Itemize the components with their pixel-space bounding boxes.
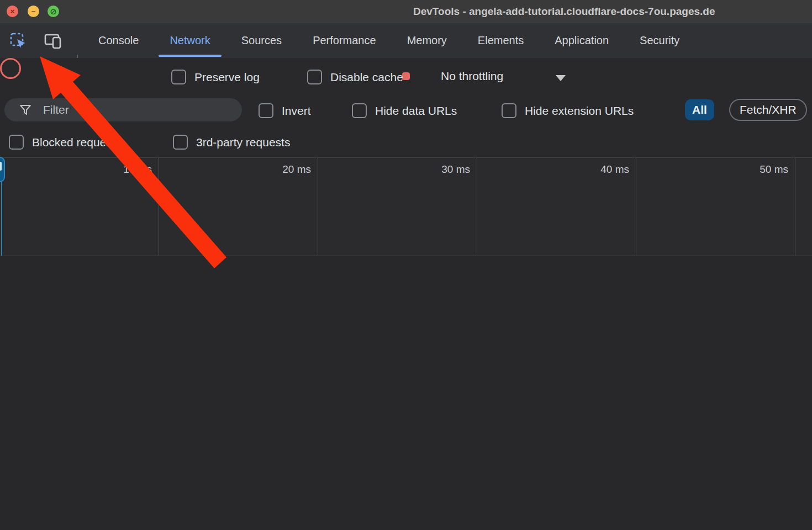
close-window-button[interactable]: × — [7, 6, 18, 17]
timeline-tick-label: 40 ms — [575, 163, 629, 176]
blocked-requests-checkbox-group[interactable]: Blocked requests — [9, 135, 121, 150]
blocked-requests-label: Blocked requests — [32, 136, 121, 149]
timeline-event-marker-line — [1, 182, 2, 256]
filter-input-funnel-icon — [19, 103, 32, 116]
zoom-window-button[interactable]: ⊘ — [48, 6, 59, 17]
inspect-cursor-icon — [9, 32, 27, 50]
tab-memory[interactable]: Memory — [407, 23, 447, 58]
timeline-tick-label: 30 ms — [416, 163, 470, 176]
window-title: DevTools - angela-add-tutorial.cloudflar… — [413, 0, 715, 23]
preserve-log-label: Preserve log — [194, 71, 260, 84]
timeline-gridline — [159, 158, 159, 256]
timeline-gridline — [318, 158, 318, 256]
network-toolbar: Preserve log Disable cache No throttling — [0, 58, 812, 94]
timeline-tick-label: 20 ms — [257, 163, 311, 176]
toggle-device-toolbar-button[interactable] — [43, 31, 63, 51]
timeline-drag-handle[interactable] — [0, 157, 5, 182]
hide-data-urls-checkbox[interactable] — [352, 103, 367, 118]
disable-cache-checkbox-group[interactable]: Disable cache — [307, 70, 403, 84]
devtools-window: × − ⊘ DevTools - angela-add-tutorial.clo… — [0, 0, 812, 530]
hide-extension-urls-checkbox[interactable] — [502, 103, 516, 118]
network-options-row: Blocked requests 3rd-party requests — [0, 126, 812, 158]
network-filter-row: Filter Invert Hide data URLs Hide extens… — [0, 94, 812, 126]
third-party-requests-checkbox[interactable] — [173, 135, 188, 150]
hide-extension-urls-label: Hide extension URLs — [525, 104, 634, 118]
timeline-tick-label: 50 ms — [734, 163, 788, 176]
timeline-gridline — [636, 158, 636, 256]
hide-data-urls-label: Hide data URLs — [375, 104, 457, 118]
minimize-window-button[interactable]: − — [28, 6, 39, 17]
request-type-chip-fetch-xhr[interactable]: Fetch/XHR — [729, 99, 807, 121]
blocked-requests-checkbox[interactable] — [9, 135, 24, 150]
tab-elements[interactable]: Elements — [478, 23, 524, 58]
panel-tabs: Console Network Sources Performance Memo… — [98, 23, 679, 58]
tab-performance[interactable]: Performance — [313, 23, 376, 58]
devtools-tabbar: Console Network Sources Performance Memo… — [0, 23, 812, 59]
third-party-requests-checkbox-group[interactable]: 3rd-party requests — [173, 135, 290, 150]
third-party-requests-label: 3rd-party requests — [196, 136, 290, 149]
throttling-select[interactable]: No throttling — [441, 58, 503, 94]
network-overview-timeline[interactable]: 10 ms 20 ms 30 ms 40 ms 50 ms — [0, 158, 812, 256]
timeline-gridline — [477, 158, 477, 256]
timeline-tick-label: 10 ms — [98, 163, 152, 176]
inspect-element-button[interactable] — [8, 31, 28, 51]
invert-checkbox-group[interactable]: Invert — [259, 103, 311, 118]
invert-label: Invert — [282, 104, 311, 118]
tab-sources[interactable]: Sources — [241, 23, 282, 58]
record-network-log-button[interactable] — [0, 58, 21, 79]
throttling-caret-icon[interactable] — [556, 75, 566, 81]
disable-cache-label: Disable cache — [330, 71, 403, 84]
preserve-log-checkbox[interactable] — [171, 70, 186, 84]
disable-cache-checkbox[interactable] — [307, 70, 322, 84]
filter-input-placeholder: Filter — [43, 103, 69, 116]
request-log-empty-area: Recordi Perform a request — [0, 256, 812, 530]
tab-application[interactable]: Application — [555, 23, 609, 58]
tab-console[interactable]: Console — [98, 23, 139, 58]
hide-extension-urls-checkbox-group[interactable]: Hide extension URLs — [502, 103, 634, 118]
device-toolbar-icon — [44, 33, 62, 49]
filter-input[interactable]: Filter — [4, 98, 242, 121]
tab-network[interactable]: Network — [170, 23, 210, 58]
invert-checkbox[interactable] — [259, 103, 273, 118]
request-type-chip-all[interactable]: All — [685, 99, 714, 120]
hide-data-urls-checkbox-group[interactable]: Hide data URLs — [352, 103, 457, 118]
titlebar: × − ⊘ DevTools - angela-add-tutorial.clo… — [0, 0, 812, 23]
timeline-gridline — [795, 158, 795, 256]
preserve-log-checkbox-group[interactable]: Preserve log — [171, 70, 260, 84]
tab-security[interactable]: Security — [640, 23, 679, 58]
